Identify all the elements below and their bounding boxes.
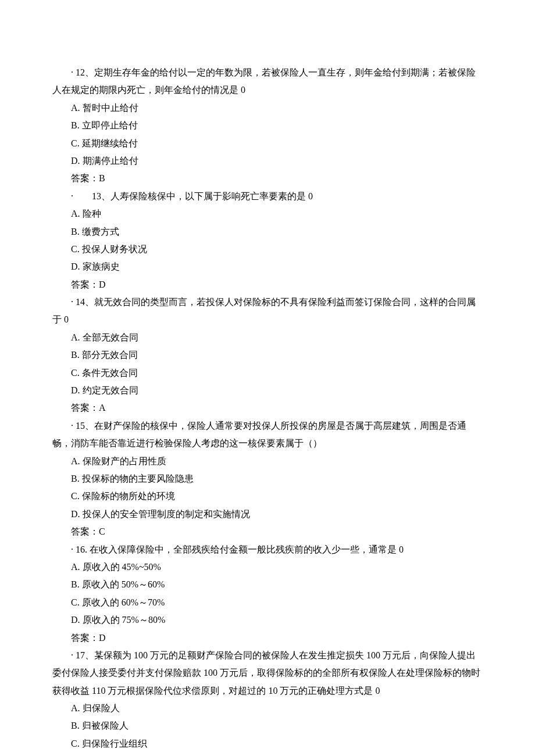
document-page: · 12、定期生存年金的给付以一定的年数为限，若被保险人一直生存，则年金给付到期… — [0, 0, 535, 756]
question-answer: 答案：B — [52, 170, 483, 187]
question-prompt: · 13、人寿保险核保中，以下属于影响死亡率要素的是 0 — [52, 188, 483, 205]
question-prompt: · 14、就无效合同的类型而言，若投保人对保险标的不具有保险利益而签订保险合同，… — [52, 293, 483, 329]
question-option: D. 由保险双方比例分享 — [52, 753, 483, 756]
question-answer: 答案：C — [52, 523, 483, 540]
question-option: B. 部分无效合同 — [52, 346, 483, 364]
question-option: B. 归被保险人 — [52, 717, 483, 734]
question-option: B. 立即停止给付 — [52, 117, 483, 134]
question-option: A. 原收入的 45%~50% — [52, 558, 483, 576]
question-option: D. 期满停止给付 — [52, 152, 483, 170]
question-prompt: · 12、定期生存年金的给付以一定的年数为限，若被保险人一直生存，则年金给付到期… — [52, 64, 483, 99]
question-option: C. 延期继续给付 — [52, 135, 483, 152]
question-prompt: · 15、在财产保险的核保中，保险人通常要对投保人所投保的房屋是否属于高层建筑，… — [52, 417, 483, 453]
question-option: D. 约定无效合同 — [52, 382, 483, 399]
question-option: B. 缴费方式 — [52, 223, 483, 241]
question-option: D. 家族病史 — [52, 258, 483, 275]
question-option: A. 全部无效合同 — [52, 329, 483, 346]
question-option: A. 暂时中止给付 — [52, 99, 483, 117]
question-option: C. 条件无效合同 — [52, 364, 483, 382]
question-option: D. 原收入的 75%～80% — [52, 611, 483, 629]
question-option: B. 投保标的物的主要风险隐患 — [52, 470, 483, 488]
question-option: C. 原收入的 60%～70% — [52, 594, 483, 611]
question-option: A. 险种 — [52, 205, 483, 223]
question-option: A. 归保险人 — [52, 700, 483, 717]
question-option: D. 投保人的安全管理制度的制定和实施情况 — [52, 506, 483, 523]
question-option: C. 投保人财务状况 — [52, 241, 483, 258]
question-option: C. 保险标的物所处的环境 — [52, 488, 483, 505]
question-answer: 答案：A — [52, 399, 483, 417]
question-answer: 答案：D — [52, 629, 483, 647]
question-prompt: · 16. 在收入保障保险中，全部残疾给付金额一般比残疾前的收入少一些，通常是 … — [52, 541, 483, 558]
question-answer: 答案：D — [52, 276, 483, 293]
question-option: C. 归保险行业组织 — [52, 735, 483, 753]
question-option: B. 原收入的 50%～60% — [52, 576, 483, 593]
question-option: A. 保险财产的占用性质 — [52, 453, 483, 470]
question-prompt: · 17、某保额为 100 万元的足额财产保险合同的被保险人在发生推定损失 10… — [52, 647, 483, 700]
